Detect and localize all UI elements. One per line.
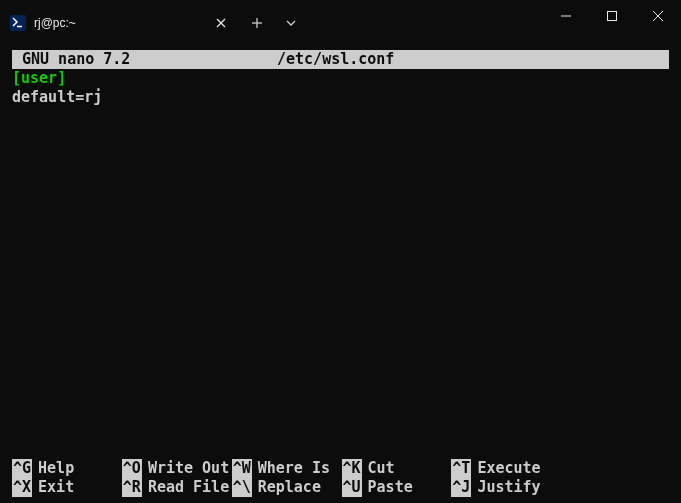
window-titlebar: rj@pc:~ (0, 0, 681, 40)
shortcut-help: ^GHelp (12, 459, 120, 478)
window-close-button[interactable] (635, 0, 681, 32)
shortcut-action: Read File (142, 478, 229, 497)
tab-dropdown-button[interactable] (274, 6, 308, 40)
svg-rect-6 (608, 12, 617, 21)
shortcut-key: ^X (12, 478, 32, 497)
shortcut-readfile: ^RRead File (122, 478, 230, 497)
shortcut-replace: ^\Replace (232, 478, 340, 497)
shortcut-action: Paste (362, 478, 413, 497)
nano-editor-body[interactable]: [user] default=rj (12, 69, 669, 459)
config-line: default=rj (12, 88, 669, 107)
powershell-icon (10, 15, 26, 31)
minimize-button[interactable] (543, 0, 589, 32)
tab-controls (240, 0, 308, 40)
shortcut-writeout: ^OWrite Out (122, 459, 230, 478)
shortcut-key: ^R (122, 478, 142, 497)
shortcut-key: ^O (122, 459, 142, 478)
shortcut-paste: ^UPaste (342, 478, 450, 497)
nano-shortcut-bar: ^GHelp ^OWrite Out ^WWhere Is ^KCut ^TEx… (12, 459, 669, 503)
config-section-header: [user] (12, 69, 669, 88)
maximize-button[interactable] (589, 0, 635, 32)
shortcut-execute: ^TExecute (451, 459, 559, 478)
tab-title: rj@pc:~ (34, 16, 204, 30)
nano-file-path: /etc/wsl.conf (277, 50, 394, 69)
shortcut-key: ^G (12, 459, 32, 478)
shortcut-action: Write Out (142, 459, 229, 478)
shortcut-action: Cut (362, 459, 395, 478)
shortcut-action: Exit (32, 478, 74, 497)
shortcut-justify: ^JJustify (451, 478, 559, 497)
shortcut-exit: ^XExit (12, 478, 120, 497)
shortcut-action: Replace (252, 478, 321, 497)
shortcut-key: ^J (451, 478, 471, 497)
tab-close-button[interactable] (212, 14, 230, 32)
nano-header-bar: GNU nano 7.2 /etc/wsl.conf (12, 50, 669, 69)
shortcut-action: Execute (471, 459, 540, 478)
shortcut-whereis: ^WWhere Is (232, 459, 340, 478)
nano-app-name: GNU nano 7.2 (12, 50, 277, 69)
terminal-tab[interactable]: rj@pc:~ (0, 6, 240, 40)
shortcut-cut: ^KCut (342, 459, 450, 478)
shortcut-key: ^W (232, 459, 252, 478)
shortcut-key: ^\ (232, 478, 252, 497)
shortcut-action: Help (32, 459, 74, 478)
shortcut-key: ^T (451, 459, 471, 478)
new-tab-button[interactable] (240, 6, 274, 40)
shortcut-key: ^K (342, 459, 362, 478)
shortcut-action: Justify (471, 478, 540, 497)
terminal-viewport[interactable]: GNU nano 7.2 /etc/wsl.conf [user] defaul… (0, 40, 681, 503)
window-controls (543, 0, 681, 40)
shortcut-key: ^U (342, 478, 362, 497)
shortcut-action: Where Is (252, 459, 330, 478)
